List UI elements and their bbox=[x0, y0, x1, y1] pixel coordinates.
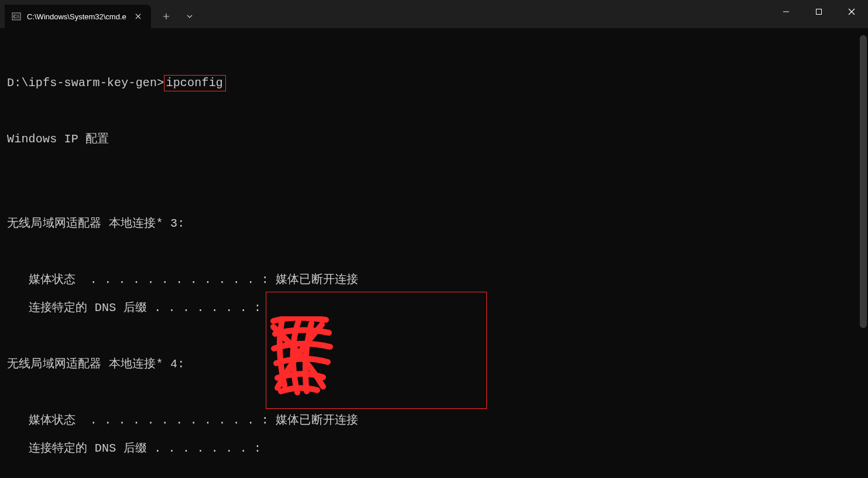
adapter-4-media: 媒体状态 . . . . . . . . . . . . : 媒体已断开连接 bbox=[7, 414, 861, 428]
adapter-4-dns: 连接特定的 DNS 后缀 . . . . . . . : bbox=[7, 442, 861, 456]
terminal-tab[interactable]: C:\ C:\Windows\System32\cmd.e bbox=[5, 5, 151, 28]
window-close-button[interactable] bbox=[835, 0, 868, 23]
tab-actions bbox=[151, 5, 200, 28]
command-text: ipconfig bbox=[164, 75, 226, 91]
tab-title: C:\Windows\System32\cmd.e bbox=[27, 12, 126, 21]
tab-close-button[interactable] bbox=[132, 11, 144, 22]
svg-rect-2 bbox=[816, 9, 822, 15]
title-bar: C:\ C:\Windows\System32\cmd.e bbox=[0, 0, 868, 28]
minimize-button[interactable] bbox=[770, 0, 802, 23]
terminal-output[interactable]: D:\ipfs-swarm-key-gen>ipconfig Windows I… bbox=[0, 28, 868, 478]
adapter-4-title: 无线局域网适配器 本地连接* 4: bbox=[7, 357, 861, 371]
maximize-button[interactable] bbox=[802, 0, 835, 23]
new-tab-button[interactable] bbox=[156, 7, 177, 26]
prompt-text: D:\ipfs-swarm-key-gen> bbox=[7, 76, 164, 90]
tab-dropdown-button[interactable] bbox=[179, 7, 200, 26]
adapter-3-title: 无线局域网适配器 本地连接* 3: bbox=[7, 217, 861, 231]
adapter-3-dns: 连接特定的 DNS 后缀 . . . . . . . : bbox=[7, 301, 861, 315]
scrollbar-thumb[interactable] bbox=[860, 35, 867, 328]
ipconfig-header: Windows IP 配置 bbox=[7, 132, 861, 146]
cmd-icon: C:\ bbox=[12, 12, 21, 21]
window-controls bbox=[770, 0, 868, 23]
adapter-3-media: 媒体状态 . . . . . . . . . . . . : 媒体已断开连接 bbox=[7, 273, 861, 287]
svg-text:C:\: C:\ bbox=[13, 14, 20, 19]
